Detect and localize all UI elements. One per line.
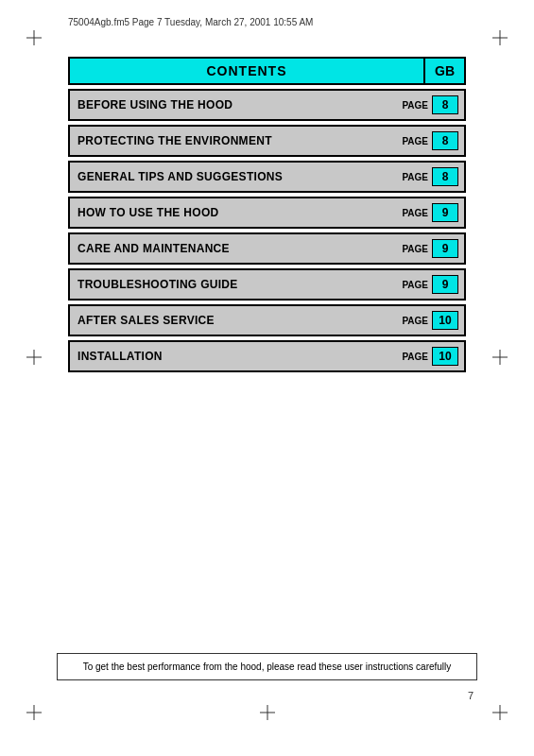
crosshair-bottom-center [260, 705, 275, 720]
page-word-1: PAGE [402, 100, 428, 111]
toc-label-6: TROUBLESHOOTING GUIDE [70, 273, 396, 296]
toc-page-6: PAGE 9 [396, 270, 464, 299]
contents-header: CONTENTS GB [68, 57, 466, 85]
contents-title: CONTENTS [70, 59, 423, 83]
page-word-8: PAGE [402, 352, 428, 362]
toc-page-5: PAGE 9 [396, 234, 464, 263]
toc-row-6: TROUBLESHOOTING GUIDE PAGE 9 [68, 268, 466, 301]
toc-page-7: PAGE 10 [396, 306, 464, 335]
page-num-2: 8 [432, 131, 458, 150]
toc-row-3: GENERAL TIPS AND SUGGESTIONS PAGE 8 [68, 161, 466, 193]
page-num-1: 8 [432, 95, 458, 114]
crosshair-bottom-left [26, 705, 42, 720]
page-num-3: 8 [432, 167, 458, 186]
toc-label-1: BEFORE USING THE HOOD [70, 94, 396, 116]
toc-page-3: PAGE 8 [396, 163, 464, 191]
toc-label-3: GENERAL TIPS AND SUGGESTIONS [70, 165, 396, 188]
page-word-4: PAGE [402, 208, 428, 218]
crosshair-top-right [492, 30, 508, 45]
page-word-6: PAGE [402, 280, 428, 290]
page-num-4: 9 [432, 203, 458, 222]
toc-page-1: PAGE 8 [396, 91, 464, 119]
page-word-3: PAGE [402, 172, 428, 182]
page-word-7: PAGE [402, 316, 428, 326]
crosshair-top-left [26, 30, 42, 45]
page-word-2: PAGE [402, 136, 428, 146]
page: 75004Agb.fm5 Page 7 Tuesday, March 27, 2… [0, 0, 534, 756]
page-num-8: 10 [432, 347, 458, 366]
toc-row-8: INSTALLATION PAGE 10 [68, 340, 466, 372]
page-num-6: 9 [432, 275, 458, 294]
crosshair-bottom-right [492, 705, 508, 720]
page-num-7: 10 [432, 311, 458, 330]
toc-label-8: INSTALLATION [70, 345, 396, 368]
toc-page-2: PAGE 8 [396, 127, 464, 155]
toc-page-4: PAGE 9 [396, 198, 464, 227]
toc-page-8: PAGE 10 [396, 342, 464, 370]
toc-row-2: PROTECTING THE ENVIRONMENT PAGE 8 [68, 125, 466, 157]
toc-row-4: HOW TO USE THE HOOD PAGE 9 [68, 197, 466, 229]
page-number: 7 [468, 690, 474, 701]
toc-row-1: BEFORE USING THE HOOD PAGE 8 [68, 89, 466, 121]
content-area: CONTENTS GB BEFORE USING THE HOOD PAGE 8… [68, 57, 466, 376]
toc-label-2: PROTECTING THE ENVIRONMENT [70, 129, 396, 152]
file-info: 75004Agb.fm5 Page 7 Tuesday, March 27, 2… [68, 17, 313, 27]
toc-row-7: AFTER SALES SERVICE PAGE 10 [68, 304, 466, 336]
contents-gb: GB [423, 59, 464, 83]
page-word-5: PAGE [402, 244, 428, 254]
toc-row-5: CARE AND MAINTENANCE PAGE 9 [68, 232, 466, 265]
toc-label-7: AFTER SALES SERVICE [70, 309, 396, 332]
crosshair-mid-left [26, 350, 42, 365]
bottom-note: To get the best performance from the hoo… [57, 653, 477, 680]
page-num-5: 9 [432, 239, 458, 258]
crosshair-mid-right [492, 350, 508, 365]
toc-label-4: HOW TO USE THE HOOD [70, 201, 396, 224]
toc-label-5: CARE AND MAINTENANCE [70, 237, 396, 260]
